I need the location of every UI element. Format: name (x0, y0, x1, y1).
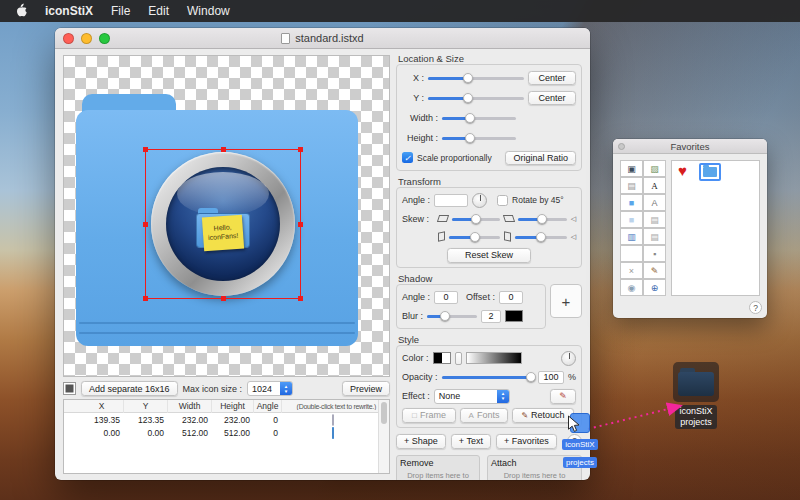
apple-menu[interactable] (14, 3, 27, 20)
skew-slider-thumb[interactable] (537, 214, 547, 224)
fonts-button[interactable]: A Fonts (460, 408, 508, 423)
angle-field[interactable] (434, 194, 468, 207)
dragged-item[interactable]: iconStiX projects (556, 413, 604, 469)
favorites-close-button[interactable] (618, 143, 625, 150)
gradient-angle-knob[interactable] (561, 351, 576, 366)
favorites-grid-item[interactable]: ■ (620, 211, 643, 228)
effect-paint-button[interactable]: ✎ (550, 389, 576, 404)
skew-slider-4[interactable] (515, 231, 566, 243)
shadow-preset-well[interactable]: + (550, 284, 582, 318)
selection-handle[interactable] (298, 147, 303, 152)
title-bar[interactable]: standard.istxd (55, 28, 590, 49)
selection-handle[interactable] (143, 147, 148, 152)
shadow-color-swatch[interactable] (505, 310, 523, 322)
add-separate-16-button[interactable]: Add separate 16x16 (81, 381, 178, 396)
shadow-offset-field[interactable]: 0 (499, 291, 523, 304)
color-well[interactable] (63, 382, 76, 395)
heart-favorite-item[interactable]: ♥ (678, 162, 687, 179)
scale-proportionally-checkbox[interactable]: ✓ (402, 152, 413, 163)
blur-slider-thumb[interactable] (440, 311, 450, 321)
favorites-title-bar[interactable]: Favorites (613, 139, 767, 154)
x-slider-thumb[interactable] (463, 73, 473, 83)
add-favorites-button[interactable]: + Favorites (496, 434, 557, 449)
shadow-blur-field[interactable]: 2 (481, 310, 501, 323)
favorites-grid-item[interactable]: × (620, 262, 643, 279)
blur-slider[interactable] (427, 310, 477, 322)
selection-handle[interactable] (143, 296, 148, 301)
angle-knob[interactable] (472, 193, 487, 208)
selected-favorite-item[interactable] (699, 163, 721, 181)
favorites-grid-item[interactable]: ▪ (643, 245, 666, 262)
selection-handle[interactable] (143, 222, 148, 227)
add-shape-button[interactable]: + Shape (396, 434, 446, 449)
skew-slider-2[interactable] (518, 213, 566, 225)
menu-window[interactable]: Window (187, 4, 230, 18)
favorites-source-grid: ▣ ▨ ▤ A ■ A ■ ▤ ▥ ▤ ▪ × ✎ ◉ ⊕ (620, 160, 666, 296)
table-row[interactable]: 0.00 0.00 512.00 512.00 0 (64, 426, 389, 439)
opacity-slider[interactable] (442, 371, 534, 383)
favorites-help-button[interactable]: ? (749, 301, 762, 314)
favorites-grid-item[interactable]: A (643, 194, 666, 211)
gradient-bar[interactable] (466, 352, 522, 364)
shadow-angle-field[interactable]: 0 (434, 291, 458, 304)
table-row[interactable]: 139.35 123.35 232.00 232.00 0 (64, 413, 389, 426)
zoom-button[interactable] (99, 33, 110, 44)
close-button[interactable] (63, 33, 74, 44)
menu-app-iconstix[interactable]: iconStiX (45, 4, 93, 18)
selection-handle[interactable] (298, 296, 303, 301)
desktop-folder-icon[interactable] (673, 362, 719, 402)
favorites-grid-item[interactable]: A (643, 177, 666, 194)
height-slider-thumb[interactable] (465, 133, 475, 143)
menu-edit[interactable]: Edit (148, 4, 169, 18)
selection-handle[interactable] (221, 296, 226, 301)
selection-handle[interactable] (298, 222, 303, 227)
favorites-grid-item[interactable]: ▤ (620, 177, 643, 194)
original-ratio-button[interactable]: Original Ratio (505, 151, 576, 165)
skew-slider-3[interactable] (449, 231, 500, 243)
favorites-grid-item[interactable]: ◉ (620, 279, 643, 296)
table-header: X Y Width Height Angle (Double-click tex… (64, 400, 389, 413)
favorites-grid-item[interactable] (620, 245, 643, 262)
reset-skew-button[interactable]: Reset Skew (447, 248, 531, 263)
selection-rectangle[interactable] (145, 149, 301, 299)
add-text-button[interactable]: + Text (451, 434, 491, 449)
height-slider[interactable] (442, 132, 516, 144)
menu-file[interactable]: File (111, 4, 130, 18)
color-mode-toggle[interactable] (455, 352, 462, 365)
width-slider[interactable] (442, 112, 516, 124)
y-slider[interactable] (428, 92, 524, 104)
skew-slider-thumb[interactable] (471, 214, 481, 224)
table-scrollbar[interactable] (378, 400, 389, 473)
skew-slider-thumb[interactable] (536, 232, 546, 242)
skew-slider-thumb[interactable] (470, 232, 480, 242)
favorites-grid-item[interactable]: ▤ (643, 211, 666, 228)
max-icon-size-popup[interactable]: 1024 ▲▼ (247, 381, 293, 396)
selection-handle[interactable] (221, 147, 226, 152)
favorites-grid-item[interactable]: ▥ (620, 228, 643, 245)
y-label: Y : (402, 93, 424, 103)
center-x-button[interactable]: Center (528, 71, 576, 85)
favorites-grid-item[interactable]: ▤ (643, 228, 666, 245)
y-slider-thumb[interactable] (463, 93, 473, 103)
preview-button[interactable]: Preview (342, 381, 390, 396)
center-y-button[interactable]: Center (528, 91, 576, 105)
favorites-grid-item[interactable]: ■ (620, 194, 643, 211)
opacity-slider-thumb[interactable] (526, 372, 536, 382)
favorites-grid-item[interactable]: ▣ (620, 160, 643, 177)
rotate-45-checkbox[interactable] (497, 195, 508, 206)
skew-slider-1[interactable] (452, 213, 500, 225)
frame-button[interactable]: □ Frame (402, 408, 456, 423)
desktop-icon-label[interactable]: iconStiX projects (675, 405, 716, 429)
minimize-button[interactable] (81, 33, 92, 44)
foreground-color-swatch[interactable] (433, 352, 451, 364)
remove-drop-zone[interactable]: Remove Drop items here to remove custom … (396, 455, 480, 480)
x-slider[interactable] (428, 72, 524, 84)
opacity-field[interactable]: 100 (538, 371, 564, 384)
favorites-grid-item[interactable]: ▨ (643, 160, 666, 177)
desktop-icon-iconstix-projects[interactable]: iconStiX projects (670, 362, 722, 429)
effect-popup[interactable]: None ▲▼ (434, 389, 510, 404)
width-slider-thumb[interactable] (465, 113, 475, 123)
canvas[interactable]: Hello, iconFans! (63, 55, 390, 377)
favorites-grid-item[interactable]: ✎ (643, 262, 666, 279)
favorites-grid-item[interactable]: ⊕ (643, 279, 666, 296)
